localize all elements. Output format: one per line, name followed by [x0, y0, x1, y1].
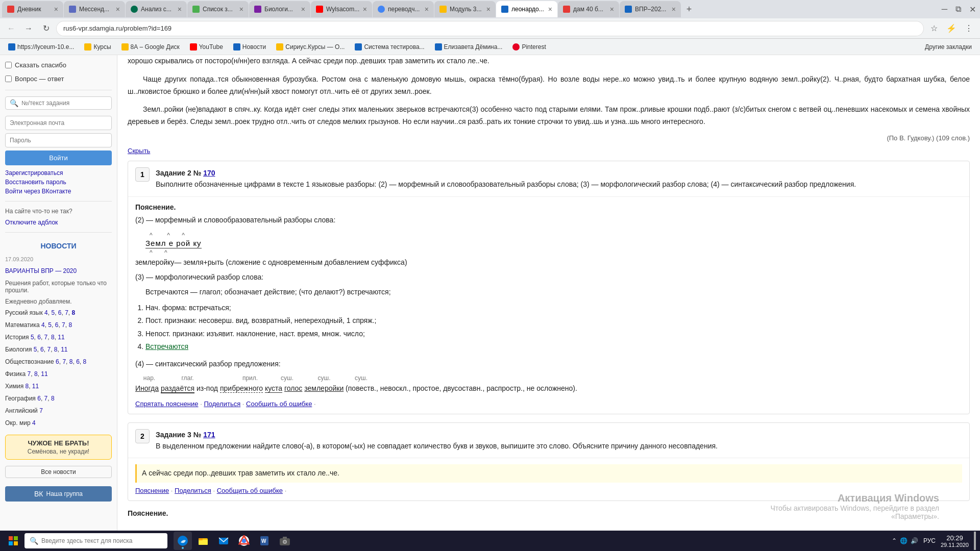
tab-bio[interactable]: Биологи... ×	[249, 1, 310, 17]
email-field[interactable]	[5, 116, 112, 130]
tab-close-3[interactable]: ×	[610, 5, 614, 13]
subject-geography-6[interactable]: 6	[37, 395, 41, 402]
tab-sdamgia[interactable]: леонардо... ×	[496, 1, 557, 17]
restore-link[interactable]: Восстановить пароль	[5, 179, 112, 186]
subject-chemistry-8[interactable]: 8	[26, 383, 29, 390]
subject-history-7[interactable]: 7	[44, 334, 48, 341]
thank-checkbox[interactable]	[5, 62, 12, 68]
taskbar-app-word[interactable]: W	[255, 532, 274, 550]
tab-list[interactable]: Список з... ×	[187, 1, 249, 17]
subject-physics-8[interactable]: 8	[34, 370, 38, 378]
forward-button[interactable]: →	[21, 21, 36, 36]
tab-gdrive[interactable]: Модуль 3... ×	[434, 1, 496, 17]
share-link-2[interactable]: Поделиться	[175, 487, 211, 494]
taskbar-app-files[interactable]	[194, 532, 212, 550]
subject-biology-6[interactable]: 6	[40, 346, 44, 353]
tab-close-kaspersky[interactable]: ×	[178, 5, 182, 13]
bookmark-kursy[interactable]: Курсы	[80, 41, 115, 53]
subject-physics-7[interactable]: 7	[28, 370, 31, 378]
subject-math-8[interactable]: 8	[68, 321, 72, 329]
bookmark-elizaveta[interactable]: Елизавета Дёмина...	[431, 41, 507, 53]
new-tab-button[interactable]: +	[681, 2, 697, 17]
share-link-1[interactable]: Поделиться	[204, 400, 240, 408]
register-link[interactable]: Зарегистрироваться	[5, 169, 112, 177]
news-item-1[interactable]: ВАРИАНТЫ ВПР — 2020	[5, 267, 112, 274]
taskbar-app-chrome[interactable]	[235, 532, 253, 550]
tab-close-youtube[interactable]: ×	[363, 5, 367, 13]
tab-youtube[interactable]: Wylsacom... ×	[311, 1, 372, 17]
subject-russian-5[interactable]: 5	[51, 309, 55, 316]
tab-close-bio[interactable]: ×	[301, 5, 305, 13]
sidebar-search-box[interactable]: 🔍	[5, 96, 112, 110]
task-title-link-2[interactable]: 171	[203, 431, 215, 439]
qa-checkbox[interactable]	[5, 76, 12, 82]
subject-russian-6[interactable]: 6	[58, 309, 62, 316]
subject-russian-4[interactable]: 4	[44, 309, 48, 316]
bookmark-pinterest[interactable]: Pinterest	[508, 41, 550, 53]
report-link-2[interactable]: Сообщить об ошибке	[217, 487, 283, 494]
subject-math-4[interactable]: 4	[41, 321, 45, 329]
bookmark-novosti[interactable]: Новости	[229, 41, 270, 53]
morph-item-4-link[interactable]: Встречаются	[145, 342, 188, 350]
vk-group-button[interactable]: ВК Наша группа	[5, 486, 112, 502]
start-button[interactable]	[4, 532, 22, 550]
address-input[interactable]	[56, 21, 924, 36]
subject-russian-7[interactable]: 7	[65, 309, 68, 316]
checkbox-thank[interactable]: Сказать спасибо	[5, 60, 112, 70]
taskbar-search-box[interactable]: 🔍	[24, 533, 167, 548]
subject-history-11[interactable]: 11	[58, 334, 64, 341]
taskbar-app-browser[interactable]	[174, 532, 192, 550]
browser-menu-icon[interactable]: ⋮	[962, 21, 976, 36]
tray-up-arrow[interactable]: ⌃	[892, 537, 897, 544]
bookmark-8a[interactable]: 8А – Google Диск	[117, 41, 184, 53]
subject-physics-11[interactable]: 11	[41, 370, 47, 378]
subject-history-5[interactable]: 5	[31, 334, 34, 341]
tab-close-list[interactable]: ×	[239, 5, 243, 13]
close-button[interactable]: ✕	[967, 3, 978, 16]
task-title-link-1[interactable]: 170	[203, 169, 215, 177]
taskbar-clock[interactable]: 20:29 29.11.2020	[941, 534, 969, 548]
tab-close-diary[interactable]: ×	[54, 5, 58, 13]
tab-google[interactable]: переводч... ×	[373, 1, 434, 17]
tab-diary[interactable]: Дневник ×	[2, 1, 63, 17]
subject-social-6a[interactable]: 6	[56, 358, 59, 365]
subject-geography-8[interactable]: 8	[51, 395, 55, 402]
bookmark-sirius[interactable]: Сириус.Курсы — О...	[272, 41, 349, 53]
subject-biology-11[interactable]: 11	[61, 346, 67, 353]
bookmark-star-icon[interactable]: ☆	[927, 21, 941, 36]
login-button[interactable]: Войти	[5, 151, 112, 165]
tab-msg[interactable]: Мессенд... ×	[64, 1, 125, 17]
back-button[interactable]: ←	[4, 21, 18, 36]
subject-biology-8[interactable]: 8	[54, 346, 58, 353]
tab-close-gdrive[interactable]: ×	[486, 5, 491, 13]
subject-geography-7[interactable]: 7	[44, 395, 48, 402]
bookmark-youtube[interactable]: YouTube	[186, 41, 227, 53]
tab-close-vpr[interactable]: ×	[672, 5, 676, 13]
tab-kaspersky[interactable]: Анализ с... ×	[126, 1, 187, 17]
tab-close-google[interactable]: ×	[425, 5, 429, 13]
bookmark-testing[interactable]: Система тестирова...	[351, 41, 428, 53]
subject-english-7[interactable]: 7	[39, 407, 43, 414]
taskbar-app-camera[interactable]	[276, 532, 294, 550]
adblock-link[interactable]: Отключите адблок	[5, 219, 112, 226]
all-news-button[interactable]: Все новости	[5, 466, 112, 478]
subject-social-8b[interactable]: 8	[83, 358, 86, 365]
bookmark-lyceum[interactable]: https://lyceum-10.e...	[4, 41, 78, 53]
report-link-1[interactable]: Сообщить об ошибке	[246, 400, 312, 408]
hide-explanation-link-2[interactable]: Пояснение	[135, 487, 169, 494]
minimize-button[interactable]: ─	[940, 3, 949, 16]
subject-math-5[interactable]: 5	[48, 321, 52, 329]
subject-biology-7[interactable]: 7	[47, 346, 51, 353]
hide-explanation-link-1[interactable]: Спрятать пояснение	[135, 400, 199, 408]
tab-close-msg[interactable]: ×	[116, 5, 120, 13]
hide-link[interactable]: Скрыть	[128, 147, 970, 161]
reload-button[interactable]: ↻	[39, 21, 53, 36]
search-input[interactable]	[21, 99, 107, 107]
bookmarks-other-button[interactable]: Другие закладки	[921, 41, 976, 53]
subject-biology-5[interactable]: 5	[34, 346, 37, 353]
subject-history-8[interactable]: 8	[51, 334, 55, 341]
subject-social-7[interactable]: 7	[62, 358, 66, 365]
subject-chemistry-11[interactable]: 11	[32, 383, 39, 390]
subject-social-6b[interactable]: 6	[76, 358, 80, 365]
tab-close-sdamgia[interactable]: ×	[548, 5, 552, 13]
